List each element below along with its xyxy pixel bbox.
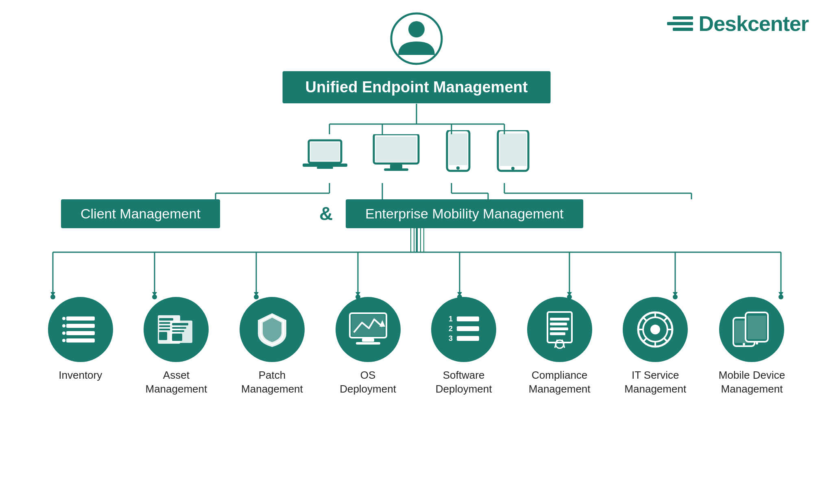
svg-marker-43: [778, 292, 783, 296]
itsm-circle: [623, 297, 688, 362]
svg-rect-74: [159, 318, 173, 321]
uem-banner: Unified Endpoint Management: [283, 71, 551, 103]
svg-marker-39: [355, 292, 360, 296]
svg-point-61: [456, 166, 460, 170]
svg-rect-99: [550, 332, 565, 335]
svg-marker-40: [457, 292, 462, 296]
svg-marker-38: [254, 292, 259, 296]
svg-point-64: [511, 167, 515, 170]
svg-rect-88: [356, 342, 380, 345]
svg-rect-98: [550, 327, 568, 330]
monitor-icon: [372, 134, 421, 177]
svg-line-110: [643, 318, 647, 321]
svg-point-69: [62, 317, 65, 320]
inventory-circle: [48, 297, 113, 362]
svg-point-105: [650, 325, 660, 334]
logo: Deskcenter: [667, 11, 809, 36]
mobile-item: Mobile DeviceManagement: [719, 297, 785, 396]
asset-label: AssetManagement: [145, 369, 207, 396]
software-item: 1 2 3 SoftwareDeployment: [431, 297, 496, 396]
svg-rect-82: [172, 330, 184, 332]
svg-rect-83: [172, 334, 182, 341]
svg-rect-97: [550, 323, 567, 325]
svg-marker-36: [50, 292, 55, 296]
svg-rect-80: [172, 323, 188, 325]
emm-banner: Enterprise Mobility Management: [346, 199, 583, 228]
inventory-label: Inventory: [59, 369, 102, 382]
svg-marker-41: [567, 292, 572, 296]
svg-rect-54: [317, 167, 333, 169]
compliance-label: ComplianceManagement: [529, 369, 591, 396]
svg-rect-81: [172, 327, 186, 329]
laptop-icon: [303, 138, 347, 177]
asset-item: AssetManagement: [144, 297, 209, 396]
svg-point-70: [62, 324, 65, 327]
patch-label: PatchManagement: [241, 369, 303, 396]
svg-rect-56: [376, 137, 416, 162]
software-circle: 1 2 3: [431, 297, 496, 362]
cm-banner: Client Management: [61, 199, 220, 228]
svg-point-50: [408, 21, 425, 37]
svg-rect-92: [457, 326, 479, 331]
devices-row: [303, 130, 530, 177]
svg-rect-58: [384, 168, 408, 171]
svg-rect-90: [457, 316, 479, 321]
compliance-circle: [527, 297, 592, 362]
svg-rect-67: [66, 331, 95, 335]
svg-line-113: [643, 338, 647, 341]
mobile-label: Mobile DeviceManagement: [719, 369, 785, 396]
svg-point-119: [756, 342, 758, 345]
svg-point-49: [391, 13, 442, 64]
svg-rect-94: [457, 336, 479, 341]
svg-rect-78: [159, 332, 167, 340]
svg-rect-118: [748, 316, 766, 339]
svg-rect-96: [550, 318, 569, 321]
itsm-item: IT ServiceManagement: [623, 297, 688, 396]
svg-rect-77: [159, 329, 170, 330]
patch-circle: [240, 297, 305, 362]
itsm-label: IT ServiceManagement: [624, 369, 686, 396]
svg-line-111: [664, 338, 667, 341]
modules-row: Inventory Asse: [0, 297, 833, 396]
svg-point-72: [62, 339, 65, 342]
ampersand: &: [319, 203, 333, 225]
svg-rect-53: [303, 164, 347, 167]
svg-rect-75: [159, 322, 171, 324]
logo-text: Deskcenter: [699, 11, 809, 36]
svg-rect-68: [66, 338, 95, 343]
software-label: SoftwareDeployment: [436, 369, 492, 396]
svg-point-71: [62, 332, 65, 335]
os-circle: [336, 297, 401, 362]
svg-point-116: [743, 343, 745, 345]
svg-line-112: [664, 318, 667, 321]
svg-rect-87: [362, 338, 374, 342]
svg-text:2: 2: [449, 325, 453, 333]
svg-text:3: 3: [449, 334, 453, 343]
svg-rect-65: [66, 316, 95, 321]
phone-icon: [445, 130, 471, 177]
svg-rect-63: [500, 133, 526, 166]
svg-marker-42: [673, 292, 678, 296]
person-icon: [390, 12, 443, 65]
inventory-item: Inventory: [48, 297, 113, 396]
logo-icon: [667, 16, 693, 31]
compliance-item: ComplianceManagement: [527, 297, 592, 396]
os-item: OSDeployment: [336, 297, 401, 396]
svg-rect-95: [547, 312, 572, 343]
svg-marker-37: [152, 292, 157, 296]
tablet-icon: [496, 130, 530, 177]
svg-rect-60: [449, 133, 467, 165]
svg-rect-52: [311, 142, 339, 161]
mobile-circle: [719, 297, 784, 362]
svg-text:1: 1: [449, 315, 453, 323]
patch-item: PatchManagement: [240, 297, 305, 396]
svg-rect-66: [66, 324, 95, 328]
asset-circle: [144, 297, 209, 362]
os-label: OSDeployment: [340, 369, 396, 396]
